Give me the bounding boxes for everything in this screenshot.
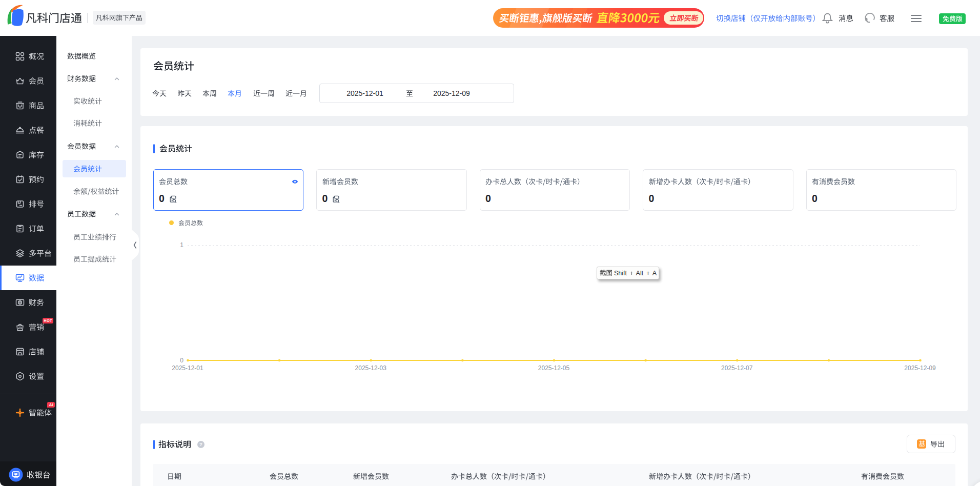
svg-text:?: ? [199, 441, 202, 447]
